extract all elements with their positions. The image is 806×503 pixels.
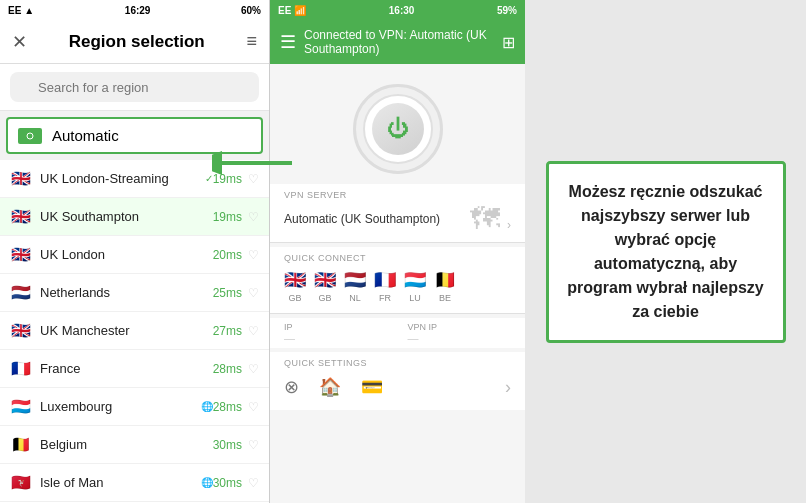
settings-icon-3[interactable]: 💳 [361, 376, 383, 398]
left-status-bar: EE ▲ 16:29 60% [0, 0, 269, 20]
server-ms: 25ms [213, 286, 242, 300]
server-ms: 28ms [213, 400, 242, 414]
settings-icon-1[interactable]: ⊗ [284, 376, 299, 398]
qc-flag-gb2[interactable]: 🇬🇧 GB [314, 269, 336, 303]
vpn-server-section: VPN SERVER Automatic (UK Southampton) 🗺 … [270, 184, 525, 243]
vpn-server-value: Automatic (UK Southampton) [284, 212, 440, 226]
qc-flag-be[interactable]: 🇧🇪 BE [434, 269, 456, 303]
flag-code: FR [379, 293, 391, 303]
power-circle-inner: ⏻ [363, 94, 433, 164]
nav-bar: ✕ Region selection ≡ [0, 20, 269, 64]
search-input[interactable] [10, 72, 259, 102]
heart-icon: ♡ [248, 248, 259, 262]
flag-icon: 🇧🇪 [434, 269, 456, 291]
server-name: UK London-Streaming [40, 171, 201, 186]
quick-settings-label: QUICK SETTINGS [284, 358, 511, 368]
settings-icon-2[interactable]: 🏠 [319, 376, 341, 398]
server-row-uk-manchester[interactable]: 🇬🇧 UK Manchester 27ms ♡ [0, 312, 269, 350]
vpn-ip-value: — [408, 332, 512, 344]
server-row-luxembourg[interactable]: 🇱🇺 Luxembourg 🌐 28ms ♡ [0, 388, 269, 426]
server-row-uk-southampton[interactable]: 🇬🇧 UK Southampton 19ms ♡ [0, 198, 269, 236]
flag-code: BE [439, 293, 451, 303]
automatic-label: Automatic [52, 127, 119, 144]
flag-im: 🇮🇲 [10, 473, 32, 492]
flag-fr: 🇫🇷 [10, 359, 32, 378]
quick-connect-section: QUICK CONNECT 🇬🇧 GB 🇬🇧 GB 🇳🇱 NL 🇫🇷 FR 🇱🇺… [270, 247, 525, 314]
server-name: UK Manchester [40, 323, 213, 338]
server-name: UK London [40, 247, 213, 262]
flag-icon: 🇫🇷 [374, 269, 396, 291]
automatic-flag-icon [18, 128, 42, 144]
time-label: 16:30 [389, 5, 415, 16]
flag-icon: 🇱🇺 [404, 269, 426, 291]
flag-code: GB [288, 293, 301, 303]
flag-icon: 🇬🇧 [314, 269, 336, 291]
search-bar-container: 🔍 [0, 64, 269, 111]
flag-nl: 🇳🇱 [10, 283, 32, 302]
server-ms: 30ms [213, 476, 242, 490]
flag-gb: 🇬🇧 [10, 245, 32, 264]
flag-icon: 🇳🇱 [344, 269, 366, 291]
qc-flag-gb1[interactable]: 🇬🇧 GB [284, 269, 306, 303]
vpn-icon[interactable]: ⊞ [502, 33, 515, 52]
server-row-netherlands[interactable]: 🇳🇱 Netherlands 25ms ♡ [0, 274, 269, 312]
ip-value: — [284, 332, 388, 344]
heart-icon: ♡ [248, 324, 259, 338]
server-name: Belgium [40, 437, 213, 452]
search-wrapper: 🔍 [10, 72, 259, 102]
heart-icon: ♡ [248, 400, 259, 414]
annotation-box: Możesz ręcznie odszukać najszybszy serwe… [525, 0, 806, 503]
vpn-server-label: VPN SERVER [284, 190, 511, 200]
world-map-icon: 🗺 [470, 202, 500, 235]
middle-phone: EE 📶 16:30 59% ☰ Connected to VPN: Autom… [270, 0, 525, 503]
server-ms: 19ms [213, 210, 242, 224]
flag-be: 🇧🇪 [10, 435, 32, 454]
power-section: ⏻ [270, 64, 525, 184]
server-name: France [40, 361, 213, 376]
left-phone: EE ▲ 16:29 60% ✕ Region selection ≡ 🔍 Au… [0, 0, 270, 503]
qc-flag-nl[interactable]: 🇳🇱 NL [344, 269, 366, 303]
quick-connect-label: QUICK CONNECT [284, 253, 511, 263]
server-ms: 28ms [213, 362, 242, 376]
heart-icon: ♡ [248, 286, 259, 300]
hamburger-icon[interactable]: ☰ [280, 31, 296, 53]
ip-section: IP — VPN IP — [270, 318, 525, 348]
battery-label: 59% [497, 5, 517, 16]
server-list: 🇬🇧 UK London-Streaming ✓ 19ms ♡ 🇬🇧 UK So… [0, 160, 269, 503]
settings-chevron[interactable]: › [505, 377, 511, 398]
heart-icon: ♡ [248, 438, 259, 452]
quick-connect-flags: 🇬🇧 GB 🇬🇧 GB 🇳🇱 NL 🇫🇷 FR 🇱🇺 LU 🇧🇪 [284, 265, 511, 307]
flag-icon: 🇬🇧 [284, 269, 306, 291]
ip-label: IP [284, 322, 388, 332]
status-left: EE ▲ [8, 5, 34, 16]
nav-title: Region selection [69, 32, 205, 52]
qc-flag-lu[interactable]: 🇱🇺 LU [404, 269, 426, 303]
qc-flag-fr[interactable]: 🇫🇷 FR [374, 269, 396, 303]
flag-code: GB [318, 293, 331, 303]
vpn-status-text: Connected to VPN: Automatic (UK Southamp… [304, 28, 502, 56]
power-icon: ⏻ [387, 116, 409, 142]
vpn-server-value-row[interactable]: Automatic (UK Southampton) 🗺 › [284, 202, 511, 236]
battery-label: 60% [241, 5, 261, 16]
ip-col: IP — [284, 322, 388, 344]
chevron-right-icon: › [507, 218, 511, 232]
server-name: Netherlands [40, 285, 213, 300]
server-ms: 27ms [213, 324, 242, 338]
globe-badge: 🌐 [201, 401, 213, 412]
menu-button[interactable]: ≡ [246, 31, 257, 52]
close-button[interactable]: ✕ [12, 31, 27, 53]
flag-gb: 🇬🇧 [10, 321, 32, 340]
flag-gb: 🇬🇧 [10, 207, 32, 226]
server-row-france[interactable]: 🇫🇷 France 28ms ♡ [0, 350, 269, 388]
server-row-uk-london[interactable]: 🇬🇧 UK London 20ms ♡ [0, 236, 269, 274]
server-row-isle-of-man[interactable]: 🇮🇲 Isle of Man 🌐 30ms ♡ [0, 464, 269, 502]
annotation-content: Możesz ręcznie odszukać najszybszy serwe… [546, 161, 786, 343]
power-button[interactable]: ⏻ [372, 103, 424, 155]
server-ms: 30ms [213, 438, 242, 452]
flag-code: LU [409, 293, 421, 303]
vpn-ip-label: VPN IP [408, 322, 512, 332]
server-row-belgium[interactable]: 🇧🇪 Belgium 30ms ♡ [0, 426, 269, 464]
flag-lu: 🇱🇺 [10, 397, 32, 416]
wifi-icon: ▲ [24, 5, 34, 16]
vpn-ip-col: VPN IP — [408, 322, 512, 344]
